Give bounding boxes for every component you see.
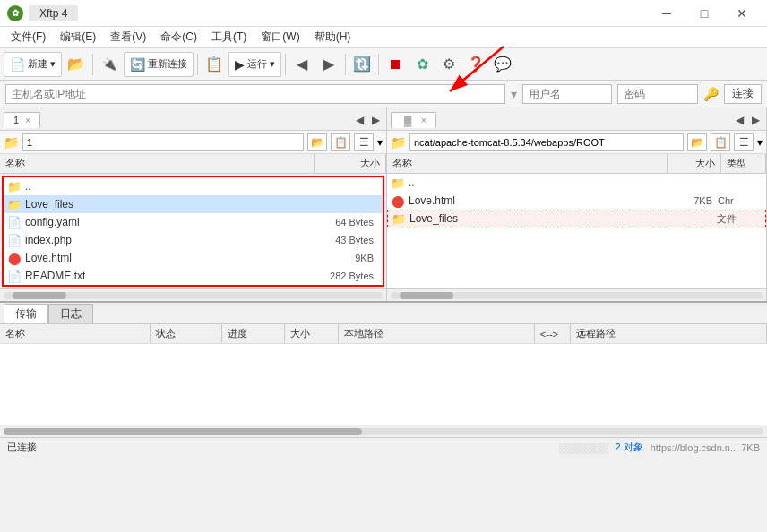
maximize-button[interactable]: □ [686, 1, 722, 26]
menu-edit[interactable]: 编辑(E) [53, 28, 103, 47]
right-nav-next[interactable]: ▶ [748, 113, 763, 127]
menu-view[interactable]: 查看(V) [103, 28, 153, 47]
left-path-view[interactable]: ☰ [354, 133, 374, 151]
list-item[interactable]: ⬤ Love.html 7KB Chr [387, 192, 766, 210]
settings-icon-btn[interactable]: ⚙ [436, 52, 461, 77]
left-path-input[interactable] [22, 133, 304, 151]
help-icon-btn[interactable]: ❓ [463, 52, 488, 77]
transfer-header: 名称 状态 进度 大小 本地路径 <--> 远程路径 [0, 324, 767, 344]
back-icon-btn[interactable]: ◀ [289, 52, 315, 77]
new-label: 新建 [28, 57, 47, 71]
right-tab-close[interactable]: × [421, 116, 427, 125]
bottom-hscroll-track [4, 428, 763, 435]
right-col-type[interactable]: 类型 [721, 154, 766, 173]
right-path-browse2[interactable]: 📋 [711, 133, 730, 151]
tab-log[interactable]: 日志 [48, 304, 93, 323]
stop-icon-btn[interactable]: ⏹ [383, 52, 408, 77]
green-icon-btn[interactable]: ✿ [409, 52, 435, 77]
right-path-view[interactable]: ☰ [734, 133, 754, 151]
reconnect-icon: 🔄 [130, 57, 145, 72]
transfer-col-remote: 远程路径 [571, 324, 767, 343]
list-item[interactable]: ⬤ Love.html 9KB [4, 249, 383, 267]
list-item[interactable]: 📁 .. [4, 177, 383, 195]
list-item[interactable]: 📁 Love_files 文件 [387, 210, 766, 227]
left-panel: 1 × ◀ ▶ 📁 📂 📋 ☰ ▾ 名称 大小 📁 . [0, 107, 387, 301]
toolbar-sep-5 [378, 54, 379, 75]
new-button[interactable]: 📄 新建 ▾ [4, 52, 62, 77]
menu-file[interactable]: 文件(F) [4, 28, 53, 47]
folder-icon-btn[interactable]: 📂 [64, 52, 89, 77]
menu-command[interactable]: 命令(C) [153, 28, 204, 47]
left-folder-icon: 📁 [4, 135, 19, 150]
left-panel-tabs: 1 × ◀ ▶ [0, 107, 386, 131]
right-hscroll[interactable] [387, 288, 766, 301]
status-connected: 已连接 [7, 441, 552, 454]
left-path-bar: 📁 📂 📋 ☰ ▾ [0, 131, 386, 154]
right-path-input[interactable] [409, 133, 684, 151]
tab-transfer[interactable]: 传输 [4, 304, 48, 323]
transfer-body [0, 344, 767, 425]
left-nav-prev[interactable]: ◀ [352, 113, 366, 127]
host-input[interactable] [5, 84, 505, 104]
app-tab: Xftp 4 [29, 5, 78, 21]
right-panel-tab[interactable]: ▓ × [391, 112, 436, 128]
app-logo: ✿ [7, 5, 23, 21]
right-file-header: 名称 大小 类型 [387, 154, 766, 174]
transfer-col-size: 大小 [285, 324, 339, 343]
folder-icon: 📁 [7, 197, 22, 211]
menu-window[interactable]: 窗口(W) [254, 28, 306, 47]
left-path-browse2[interactable]: 📋 [331, 133, 350, 151]
left-panel-tab[interactable]: 1 × [4, 112, 40, 128]
connect-button[interactable]: 连接 [724, 84, 762, 104]
right-col-name[interactable]: 名称 [387, 154, 668, 173]
right-nav-prev[interactable]: ◀ [732, 113, 746, 127]
bottom-hscroll-thumb [4, 428, 362, 435]
left-hscroll-thumb [13, 292, 66, 299]
refresh-icon-btn[interactable]: 🔃 [349, 52, 375, 77]
left-hscroll[interactable] [0, 288, 386, 301]
menu-tools[interactable]: 工具(T) [204, 28, 254, 47]
upload-icon-btn[interactable]: 📋 [202, 52, 227, 77]
addrbar: ▾ 🔑 连接 [0, 81, 767, 107]
list-item[interactable]: 📄 README.txt 282 Bytes [4, 267, 383, 285]
left-col-size[interactable]: 大小 [315, 154, 386, 173]
run-label: 运行 [247, 57, 267, 71]
run-dropdown-icon: ▾ [270, 58, 275, 70]
right-col-size[interactable]: 大小 [668, 154, 721, 173]
reconnect-label: 重新连接 [148, 57, 187, 71]
forward-icon-btn[interactable]: ▶ [316, 52, 341, 77]
addr-sep: ▾ [511, 87, 517, 101]
connect-icon-btn[interactable]: 🔌 [97, 52, 122, 77]
close-button[interactable]: ✕ [724, 1, 760, 26]
left-file-list: 📁 .. 📁 Love_files 📄 config.yaml 64 Bytes… [2, 176, 384, 287]
bottom-hscroll[interactable] [0, 425, 767, 437]
user-input[interactable] [522, 84, 612, 104]
left-path-browse1[interactable]: 📂 [307, 133, 327, 151]
right-path-browse1[interactable]: 📂 [687, 133, 707, 151]
list-item[interactable]: 📄 config.yaml 64 Bytes [4, 213, 383, 231]
right-view-dropdown[interactable]: ▾ [757, 136, 763, 149]
left-nav-next[interactable]: ▶ [368, 113, 383, 127]
lock-icon: 🔑 [703, 87, 719, 101]
minimize-button[interactable]: ─ [649, 1, 685, 26]
left-col-name[interactable]: 名称 [0, 154, 315, 173]
password-input[interactable] [617, 84, 698, 104]
chrome-icon: ⬤ [391, 193, 405, 208]
list-item[interactable]: 📁 .. [387, 174, 766, 192]
toolbar-sep-1 [92, 54, 93, 75]
left-hscroll-track [4, 292, 383, 299]
list-item[interactable]: 📄 index.php 43 Bytes [4, 231, 383, 249]
transfer-col-arrow: <--> [535, 324, 571, 343]
menu-help[interactable]: 帮助(H) [307, 28, 358, 47]
new-dropdown-icon: ▾ [50, 58, 56, 70]
list-item[interactable]: 📁 Love_files [4, 195, 383, 213]
right-path-bar: 📁 📂 📋 ☰ ▾ [387, 131, 766, 154]
main-panels: 1 × ◀ ▶ 📁 📂 📋 ☰ ▾ 名称 大小 📁 . [0, 107, 767, 301]
left-tab-close[interactable]: × [25, 116, 30, 125]
folder-icon: 📁 [392, 211, 406, 226]
run-button[interactable]: ▶ 运行 ▾ [228, 52, 281, 77]
folder-icon: 📁 [391, 176, 405, 190]
left-view-dropdown[interactable]: ▾ [377, 136, 383, 149]
reconnect-button[interactable]: 🔄 重新连接 [124, 52, 194, 77]
chat-icon-btn[interactable]: 💬 [490, 52, 515, 77]
